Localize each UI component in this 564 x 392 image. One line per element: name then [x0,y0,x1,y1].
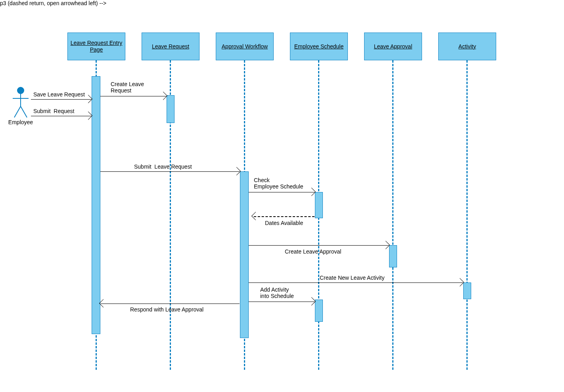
participant-label: Employee Schedule [294,43,344,50]
participant-label: Approval Workflow [222,43,268,50]
arrow [100,171,240,172]
participant-leave-request-entry-page: Leave Request Entry Page [67,33,125,60]
svg-point-0 [17,87,24,94]
participant-leave-approval: Leave Approval [364,33,422,60]
activation-bar [389,245,397,267]
activation-bar [240,171,249,338]
msg-dates-available: Dates Available [265,220,303,226]
svg-line-4 [21,106,27,117]
msg-add-activity-into-schedule: Add Activity into Schedule [260,286,294,299]
activation-bar [167,95,175,123]
participant-approval-workflow: Approval Workflow [216,33,274,60]
arrowhead-icon [456,278,464,286]
participant-label: Leave Request Entry Page [70,40,123,53]
arrow [31,99,91,100]
activation-bar [315,300,323,322]
activation-bar [315,192,323,218]
arrow [249,245,389,246]
arrow [249,302,315,302]
arrowhead-icon [159,92,167,100]
arrowhead-icon [84,95,92,103]
arrow [31,116,91,116]
msg-submit-request: Submit Request [33,108,75,114]
arrow [100,96,166,96]
arrow [249,282,463,283]
participant-activity: Activity [438,33,496,60]
activation-bar [463,282,471,299]
lifeline [466,60,468,370]
svg-line-3 [14,106,21,117]
msg-respond-with-leave-approval: Respond with Leave Approval [130,306,203,313]
msg-submit-leave-request: Submit Leave Request [134,163,192,170]
participant-leave-request: Leave Request [142,33,200,60]
arrowhead-icon [251,212,260,220]
actor-icon [11,86,30,118]
actor-label: Employee [6,119,36,125]
msg-check-employee-schedule: Check Employee Schedule [254,177,303,190]
return-arrow [254,216,315,217]
participant-label: Activity [458,43,476,50]
sequence-diagram: Employee Leave Request Entry Page Leave … [0,0,564,392]
participant-employee-schedule: Employee Schedule [290,33,348,60]
lifeline [392,60,393,370]
msg-create-leave-approval: Create Leave Approval [285,248,341,255]
arrowhead-icon [84,111,92,120]
activation-bar [92,76,100,334]
participant-label: Leave Approval [374,43,412,50]
msg-save-leave-request: Save Leave Request [33,91,85,98]
arrowhead-icon [307,188,316,196]
arrowhead-icon [232,167,241,175]
arrowhead-icon [99,299,107,307]
msg-create-leave-request: Create Leave Request [111,81,144,94]
participant-label: Leave Request [152,43,189,50]
arrowhead-icon [382,241,390,249]
arrow [249,192,315,192]
arrow [101,304,240,304]
arrowhead-icon [307,297,316,306]
msg-create-new-leave-activity: Create New Leave Activity [320,275,384,281]
